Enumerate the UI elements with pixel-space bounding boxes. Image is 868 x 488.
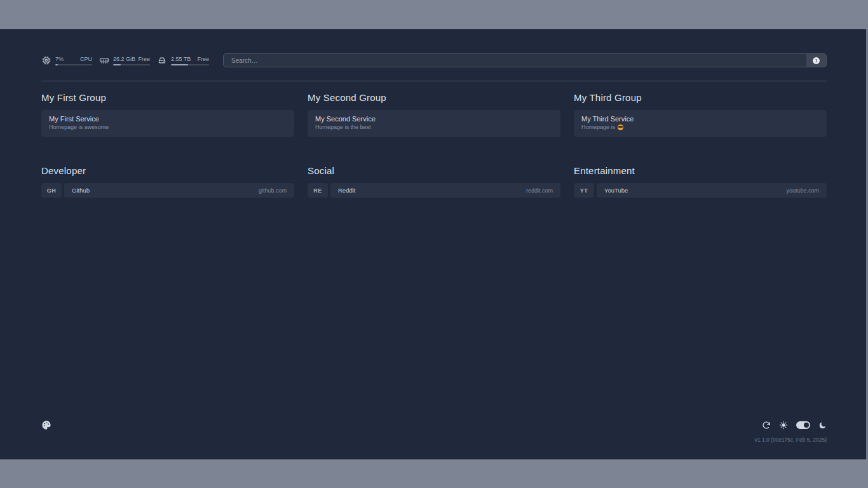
bookmark-reddit[interactable]: RE Reddit reddit.com: [308, 183, 560, 198]
service-card-my-second-service[interactable]: My Second Service Homepage is the best: [308, 110, 560, 137]
header-row: 7% CPU: [41, 29, 827, 67]
memory-resource: 26.2 GiB Free: [99, 55, 150, 65]
services-section: My First Group My First Service Homepage…: [41, 92, 827, 137]
group-title: Entertainment: [574, 165, 827, 176]
service-description: Homepage is awesome: [49, 123, 287, 131]
search-bar: [223, 53, 827, 67]
bookmark-group-social: Social RE Reddit reddit.com: [308, 165, 560, 198]
color-palette-button[interactable]: [41, 420, 51, 430]
disk-resource: 2.55 TB Free: [157, 55, 209, 65]
service-description: Homepage is: [581, 123, 819, 131]
bookmark-abbr: YT: [574, 183, 594, 198]
bookmark-github[interactable]: GH Github github.com: [41, 183, 294, 198]
disk-icon: [157, 55, 167, 65]
header-divider: [41, 81, 827, 81]
bookmark-name: YouTube: [604, 187, 628, 194]
bookmark-abbr: GH: [41, 183, 62, 198]
light-theme-sun-icon[interactable]: [779, 421, 788, 430]
footer: v1.1.0 (0ce175c, Feb 5, 2025): [41, 420, 827, 443]
cpu-usage-bar: [55, 64, 92, 65]
cpu-value: 7%: [55, 56, 64, 62]
bookmark-url: github.com: [259, 187, 287, 194]
service-card-my-third-service[interactable]: My Third Service Homepage is: [574, 110, 827, 137]
disk-free-label: Free: [197, 56, 209, 62]
memory-usage-bar: [113, 64, 150, 65]
memory-free-label: Free: [138, 56, 150, 62]
search-input[interactable]: [224, 55, 826, 67]
search-provider-button[interactable]: [806, 54, 826, 67]
group-title: My Third Group: [574, 92, 827, 103]
bookmark-youtube[interactable]: YT YouTube youtube.com: [574, 183, 827, 198]
cpu-icon: [41, 55, 51, 65]
bookmark-url: reddit.com: [526, 187, 553, 194]
disk-free-value: 2.55 TB: [171, 56, 191, 62]
version-label: v1.1.0 (0ce175c, Feb 5, 2025): [41, 437, 827, 443]
resources-widget: 7% CPU: [41, 55, 214, 65]
theme-toggle-switch[interactable]: [796, 421, 810, 429]
service-group-first: My First Group My First Service Homepage…: [41, 92, 294, 137]
memory-icon: [99, 55, 109, 65]
cpu-label: CPU: [80, 56, 92, 62]
group-title: Social: [308, 165, 560, 176]
cpu-resource: 7% CPU: [41, 55, 92, 65]
memory-free-value: 26.2 GiB: [113, 56, 135, 62]
service-name: My Third Service: [581, 114, 819, 123]
service-name: My Second Service: [315, 114, 553, 123]
bookmark-abbr: RE: [308, 183, 328, 198]
disk-usage-bar: [171, 64, 209, 65]
service-card-my-first-service[interactable]: My First Service Homepage is awesome: [41, 110, 294, 137]
bookmark-name: Reddit: [338, 187, 355, 194]
toggle-knob: [804, 423, 809, 428]
bookmark-group-developer: Developer GH Github github.com: [41, 165, 294, 198]
cool-sunglasses-emoji-icon: [618, 125, 623, 130]
service-name: My First Service: [49, 114, 287, 123]
bookmark-group-entertainment: Entertainment YT YouTube youtube.com: [574, 165, 827, 198]
bookmarks-section: Developer GH Github github.com Social RE: [41, 165, 827, 198]
service-group-third: My Third Group My Third Service Homepage…: [574, 92, 827, 137]
group-title: My Second Group: [308, 92, 560, 103]
service-group-second: My Second Group My Second Service Homepa…: [308, 92, 560, 137]
duckduckgo-icon: [812, 57, 820, 65]
service-description: Homepage is the best: [315, 123, 553, 131]
homepage-dashboard: 7% CPU: [0, 29, 868, 459]
desktop-background: 7% CPU: [0, 0, 868, 488]
group-title: Developer: [41, 165, 294, 176]
bookmark-name: Github: [72, 187, 90, 194]
dark-theme-moon-icon[interactable]: [818, 421, 827, 430]
group-title: My First Group: [41, 92, 294, 103]
bookmark-url: youtube.com: [786, 187, 819, 194]
refresh-button[interactable]: [762, 421, 771, 430]
